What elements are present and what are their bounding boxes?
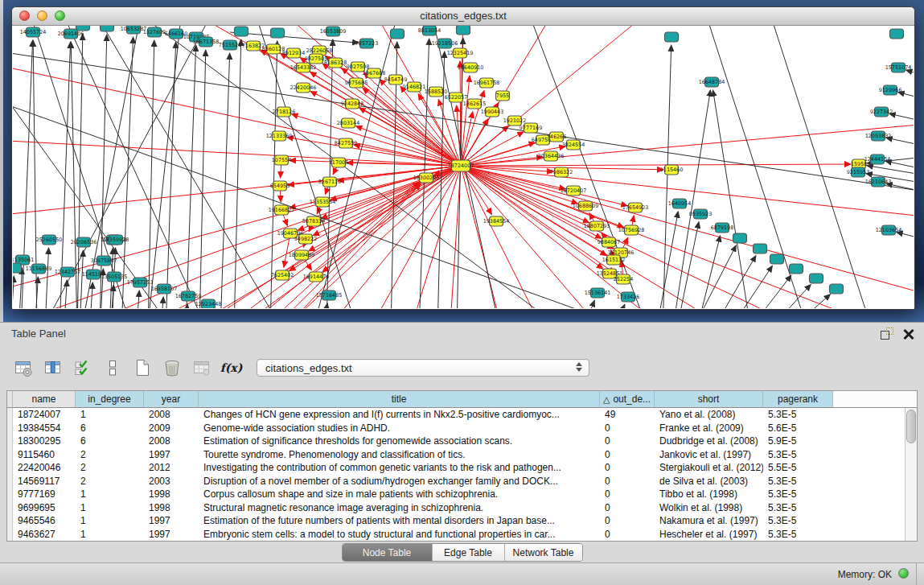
graph-node[interactable] bbox=[13, 263, 22, 273]
cell-short: Stergiakouli et al. (2012) bbox=[655, 462, 763, 473]
graph-node[interactable] bbox=[271, 28, 285, 38]
table-scrollbar[interactable] bbox=[905, 408, 917, 541]
table-row[interactable]: 1456911722003Disruption of a novel membe… bbox=[7, 475, 905, 488]
table-row[interactable]: 1872400712008Changes of HCN gene express… bbox=[7, 408, 905, 422]
graph-node[interactable] bbox=[790, 264, 803, 274]
graph-node-label: 18300295 bbox=[413, 175, 440, 181]
status-bar-divider bbox=[916, 563, 917, 585]
graph-node[interactable] bbox=[770, 254, 784, 264]
float-panel-button[interactable] bbox=[881, 328, 893, 340]
graph-node[interactable] bbox=[76, 26, 90, 31]
column-header-short[interactable]: short bbox=[655, 391, 763, 407]
cell-name: 9463627 bbox=[13, 529, 76, 540]
cell-short: Hescheler et al. (1997) bbox=[655, 529, 763, 540]
graph-node[interactable] bbox=[235, 27, 248, 36]
tab-edge-table[interactable]: Edge Table bbox=[432, 544, 504, 561]
graph-edge bbox=[886, 183, 914, 196]
row-gutter bbox=[7, 501, 13, 515]
function-builder-button[interactable]: f(x) bbox=[219, 356, 244, 380]
delete-button[interactable] bbox=[159, 356, 184, 380]
zoom-window-button[interactable] bbox=[55, 10, 65, 21]
close-panel-button[interactable] bbox=[903, 328, 914, 340]
minimize-window-button[interactable] bbox=[37, 10, 47, 21]
graph-node-label: 16961758 bbox=[474, 80, 500, 86]
column-header-name[interactable]: name bbox=[13, 391, 76, 407]
column-header-title[interactable]: title bbox=[199, 391, 600, 407]
table-row[interactable]: 2242004622012Investigating the contribut… bbox=[7, 461, 905, 475]
cell-short: Yano et al. (2008) bbox=[655, 409, 763, 420]
cell-title: Tourette syndrome. Phenomenology and cla… bbox=[199, 449, 600, 460]
graph-node-label: 12093832 bbox=[865, 133, 892, 139]
network-view-canvas[interactable]: 1872400718300295193845547163822886012889… bbox=[13, 26, 914, 308]
graph-node-label: 9215953 bbox=[847, 169, 869, 175]
table-selector-dropdown[interactable]: citations_edges.txt bbox=[257, 359, 589, 377]
cell-out_degree: 0 bbox=[600, 502, 655, 513]
graph-node-label: 28226058 bbox=[306, 47, 333, 54]
graph-node-label: 18640910 bbox=[458, 64, 484, 71]
graph-node-label: 16648784 bbox=[699, 79, 725, 85]
graph-edge bbox=[13, 58, 461, 166]
node-attribute-table: namein_degreeyeartitle△out_de...shortpag… bbox=[6, 390, 918, 542]
cell-short: Wolkin et al. (1998) bbox=[655, 502, 763, 513]
column-header-out_degree[interactable]: △out_de... bbox=[600, 391, 655, 407]
column-visibility-icon bbox=[43, 358, 63, 377]
cell-short: Dudbridge et al. (2008) bbox=[655, 435, 763, 447]
table-row[interactable]: 911546021997Tourette syndrome. Phenomeno… bbox=[7, 448, 905, 462]
scrollbar-thumb[interactable] bbox=[906, 410, 916, 443]
new-file-button[interactable] bbox=[129, 356, 154, 380]
graph-node[interactable] bbox=[101, 26, 114, 31]
column-header-in_degree[interactable]: in_degree bbox=[76, 391, 144, 407]
graph-node-label: 9875685 bbox=[345, 80, 368, 86]
graph-edge bbox=[351, 166, 461, 308]
graph-node-label: 7857223 bbox=[355, 40, 378, 47]
row-selection-button[interactable] bbox=[70, 356, 95, 380]
table-row[interactable]: 946554611997Estimation of the future num… bbox=[7, 514, 905, 528]
cell-out_degree: 0 bbox=[600, 422, 655, 434]
graph-node-label: 11353554 bbox=[310, 199, 336, 205]
graph-node-label: 12923448 bbox=[195, 301, 222, 307]
cell-title: Structural magnetic resonance image aver… bbox=[199, 502, 600, 513]
column-header-year[interactable]: year bbox=[144, 391, 199, 407]
table-settings-icon bbox=[14, 358, 33, 377]
cell-in_degree: 1 bbox=[76, 502, 144, 513]
graph-node[interactable] bbox=[733, 233, 747, 243]
graph-edge bbox=[174, 182, 420, 308]
tab-node-table[interactable]: Node Table bbox=[343, 544, 432, 561]
graph-node-label: 22420046 bbox=[290, 84, 317, 91]
cell-in_degree: 2 bbox=[76, 476, 144, 487]
graph-node[interactable] bbox=[830, 284, 844, 294]
window-titlebar[interactable]: citations_edges.txt bbox=[12, 7, 914, 26]
graph-node[interactable] bbox=[457, 26, 470, 35]
cell-year: 1997 bbox=[144, 449, 199, 460]
cell-pagerank: 5.3E-5 bbox=[763, 449, 833, 460]
cell-title: Investigating the contribution of common… bbox=[199, 462, 600, 473]
graph-node[interactable] bbox=[810, 274, 823, 283]
cell-in_degree: 1 bbox=[76, 488, 144, 500]
network-view-window: citations_edges.txt 18724007183002951938… bbox=[11, 6, 915, 310]
stacked-cells-button[interactable] bbox=[100, 356, 125, 380]
column-header-label: out_de... bbox=[613, 393, 651, 405]
graph-node-label: 9498222 bbox=[294, 236, 317, 242]
table-row[interactable]: 1830029562008Estimation of significance … bbox=[7, 435, 905, 448]
graph-node[interactable] bbox=[754, 244, 767, 253]
graph-node-label: 8935923 bbox=[689, 211, 712, 217]
graph-node[interactable] bbox=[665, 32, 679, 42]
column-header-pagerank[interactable]: pagerank bbox=[763, 391, 833, 407]
column-visibility-button[interactable] bbox=[40, 356, 65, 380]
table-row[interactable]: 977716911998Corpus callosum shape and si… bbox=[7, 488, 905, 501]
cell-pagerank: 5.3E-5 bbox=[763, 529, 833, 540]
table-row[interactable]: 1938455462009Genome-wide association stu… bbox=[7, 422, 905, 435]
cell-name: 9115460 bbox=[13, 449, 76, 460]
table-row[interactable]: 946362711997Embryonic stem cells: a mode… bbox=[7, 528, 905, 542]
graph-node[interactable] bbox=[391, 29, 405, 39]
tab-network-table[interactable]: Network Table bbox=[504, 544, 582, 561]
graph-node[interactable] bbox=[890, 29, 904, 39]
close-window-button[interactable] bbox=[19, 10, 30, 21]
graph-node-label: 12325419 bbox=[447, 50, 474, 56]
table-body: 1872400712008Changes of HCN gene express… bbox=[7, 408, 905, 541]
cell-in_degree: 6 bbox=[76, 435, 144, 447]
table-row[interactable]: 969969511998Structural magnetic resonanc… bbox=[7, 501, 905, 515]
table-settings-button[interactable] bbox=[10, 356, 35, 380]
graph-node-label: 11156869 bbox=[26, 266, 52, 272]
graph-node-label: 9777169 bbox=[519, 125, 542, 131]
